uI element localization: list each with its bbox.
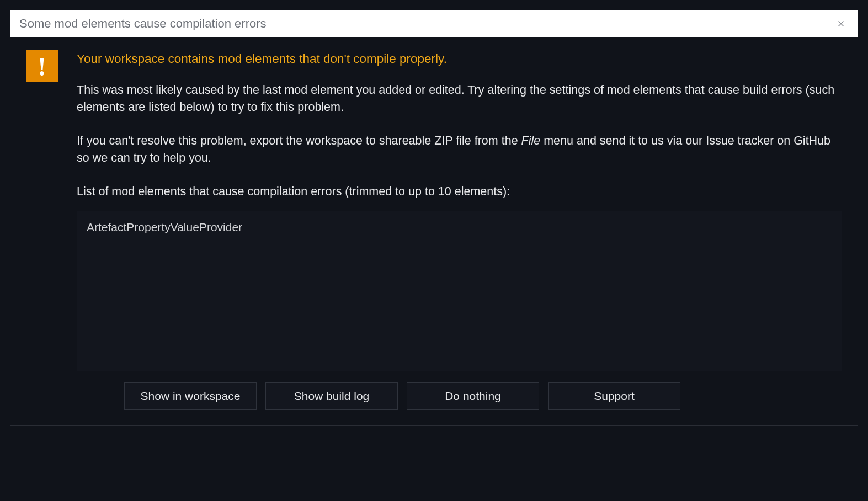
show-in-workspace-button[interactable]: Show in workspace bbox=[124, 382, 257, 410]
paragraph-help-part1: If you can't resolve this problem, expor… bbox=[77, 134, 521, 147]
warning-icon: ! bbox=[26, 50, 58, 82]
close-button[interactable] bbox=[833, 16, 849, 31]
compilation-error-dialog: Some mod elements cause compilation erro… bbox=[10, 10, 858, 426]
text-column: Your workspace contains mod elements tha… bbox=[77, 50, 842, 410]
support-button[interactable]: Support bbox=[548, 382, 680, 410]
titlebar: Some mod elements cause compilation erro… bbox=[10, 10, 858, 37]
do-nothing-button[interactable]: Do nothing bbox=[407, 382, 539, 410]
file-menu-emphasis: File bbox=[521, 134, 541, 147]
dialog-content: ! Your workspace contains mod elements t… bbox=[10, 37, 858, 425]
paragraph-help: If you can't resolve this problem, expor… bbox=[77, 132, 842, 167]
error-item: ArtefactPropertyValueProvider bbox=[87, 219, 832, 236]
error-list-label: List of mod elements that cause compilat… bbox=[77, 183, 842, 200]
icon-column: ! bbox=[26, 50, 58, 410]
button-row: Show in workspace Show build log Do noth… bbox=[77, 382, 842, 410]
error-headline: Your workspace contains mod elements tha… bbox=[77, 50, 842, 68]
paragraph-cause: This was most likely caused by the last … bbox=[77, 82, 842, 116]
dialog-title: Some mod elements cause compilation erro… bbox=[19, 17, 267, 31]
close-icon bbox=[836, 19, 846, 29]
error-list: ArtefactPropertyValueProvider bbox=[77, 211, 842, 371]
show-build-log-button[interactable]: Show build log bbox=[265, 382, 398, 410]
